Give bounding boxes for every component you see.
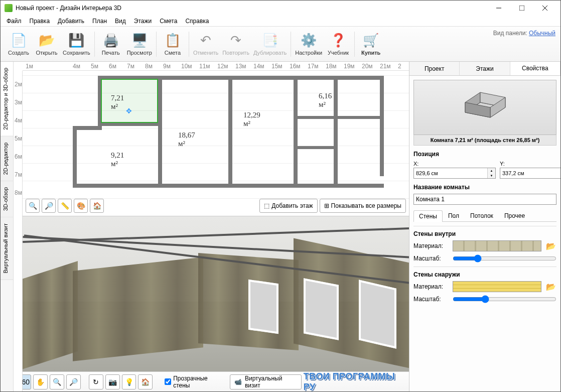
y-label: Y: [500,161,560,167]
zoom-in-3d-button[interactable]: 🔍 [50,374,64,389]
zoom-in-button[interactable]: 🔎 [42,199,56,213]
move-handle-icon[interactable]: ✥ [126,107,132,115]
print-button[interactable]: 🖨️Печать [97,29,125,60]
clipboard-icon: 📋 [165,33,181,49]
scale-outside-slider[interactable] [453,295,556,303]
redo-icon: ↷ [228,33,244,49]
vtab-virtual[interactable]: Виртуальный визит [1,217,13,280]
scale-inside-slider[interactable] [453,254,556,263]
zoom-out-button[interactable]: 🔍 [26,199,40,213]
ruler-horizontal: 1м 4м 5м 6м 7м 8м 9м 10м 11м 12м 13м 14м… [23,62,409,71]
material-inside-swatch[interactable] [453,240,541,251]
tab-project[interactable]: Проект [409,62,460,75]
menu-edit[interactable]: Правка [26,17,54,26]
maximize-button[interactable] [510,1,533,16]
settings-button[interactable]: ⚙️Настройки [293,29,324,60]
add-floor-button[interactable]: ⬚Добавить этаж [259,199,317,213]
view-tabs: 2D-редактор и 3D-обзор 2D-редактор 3D-об… [1,62,14,391]
open-button[interactable]: 📂Открыть [33,29,61,60]
measure-button[interactable]: 📏 [58,199,72,213]
separator [156,32,157,57]
duplicate-button[interactable]: 📑Дублировать [251,29,289,60]
vtab-2d[interactable]: 2D-редактор [1,137,13,181]
subtab-floor[interactable]: Пол [443,210,465,221]
vtab-3d[interactable]: 3D-обзор [1,181,13,217]
room-caption: Комната 7,21 м² (площадь стен 26,85 м²) [413,135,556,146]
app-icon [5,4,13,12]
rotate-button[interactable]: ↻ [89,374,103,389]
room-name-input[interactable] [413,194,556,205]
menubar: Файл Правка Добавить План Вид Этажи Смет… [1,16,560,27]
pan-button[interactable]: ✋ [33,374,48,389]
room-area-3: 12,29 м² [243,111,260,128]
save-button[interactable]: 💾Сохранить [61,29,92,60]
separator [354,32,355,57]
titlebar: Новый проект - Дизайн Интерьера 3D [1,1,560,16]
close-button[interactable] [533,1,556,16]
walls-inside-title: Стены внутри [413,230,556,237]
menu-plan[interactable]: План [88,17,111,26]
x-spinner[interactable]: ▲▼ [487,168,495,178]
panel-mode-link[interactable]: Обычный [529,30,555,37]
tutorial-button[interactable]: ❓Учебник [324,29,352,60]
selected-room[interactable] [101,79,158,123]
separator [94,32,95,57]
light-button[interactable]: 💡 [122,374,136,389]
menu-add[interactable]: Добавить [54,17,88,26]
material-label: Материал: [413,242,449,249]
x-input[interactable] [414,168,487,178]
view-3d[interactable] [23,216,409,371]
subtab-walls[interactable]: Стены [413,210,443,222]
transparent-walls-checkbox[interactable]: Прозрачные стены [161,375,228,389]
show-sizes-button[interactable]: ⊞Показывать все размеры [320,199,406,213]
room-area-2: 6,16 м² [319,92,332,109]
y-input[interactable] [500,168,560,178]
window-title: Новый проект - Дизайн Интерьера 3D [16,5,487,12]
reset-view-button[interactable]: 🏠 [138,374,153,389]
floppy-icon: 💾 [68,33,84,49]
buy-button[interactable]: 🛒Купить [357,29,385,60]
home-button[interactable]: 🏠 [90,199,104,213]
estimate-button[interactable]: 📋Смета [159,29,187,60]
file-icon: 📄 [11,33,27,49]
properties-subtabs: Стены Пол Потолок Прочее [413,210,556,222]
vtab-2d-3d[interactable]: 2D-редактор и 3D-обзор [1,62,13,137]
toolbar: 📄Создать 📂Открыть 💾Сохранить 🖨️Печать 🖥️… [1,27,560,62]
subtab-ceiling[interactable]: Потолок [465,210,499,221]
color-button[interactable]: 🎨 [74,199,88,213]
right-tabs: Проект Этажи Свойства [409,62,560,76]
gear-icon: ⚙️ [301,33,317,49]
create-button[interactable]: 📄Создать [5,29,33,60]
main: 2D-редактор и 3D-обзор 2D-редактор 3D-об… [1,62,560,391]
bottom-toolbar: 360 ✋ 🔍 🔎 ↻ 📷 💡 🏠 Прозрачные стены 📹 Вир… [14,371,409,391]
folder-open-icon: 📂 [39,33,55,49]
zoom-out-3d-button[interactable]: 🔎 [66,374,81,389]
menu-view[interactable]: Вид [111,17,130,26]
redo-button[interactable]: ↷Повторить [220,29,251,60]
material-outside-swatch[interactable] [453,281,541,292]
room-3d-preview[interactable] [413,80,556,135]
tab-properties[interactable]: Свойства [510,62,560,75]
menu-file[interactable]: Файл [3,17,26,26]
subtab-other[interactable]: Прочее [499,210,530,221]
camera-button[interactable]: 📷 [105,374,120,389]
walls-outside-title: Стены снаружи [413,271,556,278]
room-area-4: 18,67 м² [178,131,195,148]
monitor-icon: 🖥️ [131,33,148,49]
tab-floors[interactable]: Этажи [460,62,510,75]
menu-estimate[interactable]: Смета [156,17,181,26]
preview-button[interactable]: 🖥️Просмотр [125,29,154,60]
floorplan-2d[interactable]: 7,21 м² 6,16 м² 12,29 м² 18,67 м² 9,21 м… [23,71,409,216]
room-area-5: 9,21 м² [111,151,124,168]
menu-floors[interactable]: Этажи [130,17,156,26]
undo-icon: ↶ [198,33,214,49]
undo-button[interactable]: ↶Отменить [191,29,220,60]
right-panel: Проект Этажи Свойства Комната 7,21 м² (п… [409,62,560,391]
panel-mode: Вид панели: Обычный [493,30,555,37]
svg-rect-1 [519,6,524,11]
virtual-visit-button[interactable]: 📹 Виртуальный визит [230,374,302,389]
minimize-button[interactable] [487,1,510,16]
browse-material-inside-button[interactable]: 📂 [545,240,556,251]
browse-material-outside-button[interactable]: 📂 [545,281,556,292]
menu-help[interactable]: Справка [181,17,213,26]
